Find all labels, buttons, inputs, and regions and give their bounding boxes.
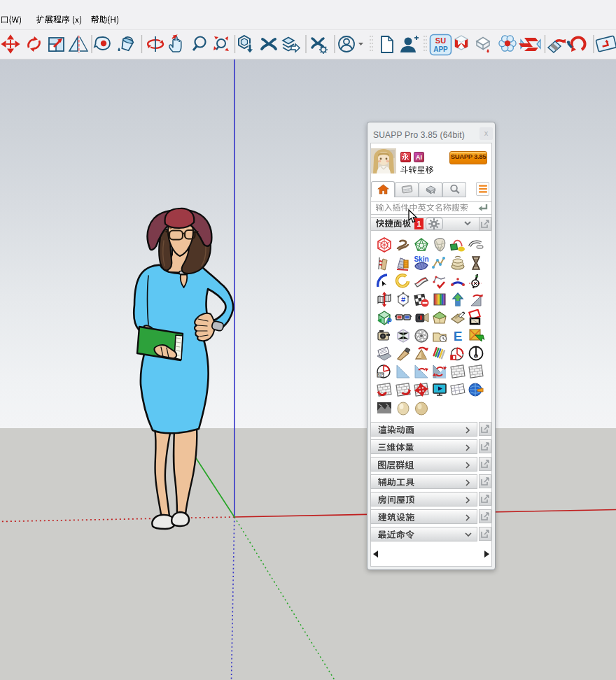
svg-text:60°: 60° bbox=[378, 373, 384, 377]
svg-text:APP: APP bbox=[433, 45, 448, 53]
svg-text:N: N bbox=[475, 355, 478, 359]
svg-text:E: E bbox=[454, 329, 463, 343]
svg-text:SU: SU bbox=[435, 36, 446, 45]
svg-text:#: # bbox=[401, 295, 405, 304]
svg-text:Skin: Skin bbox=[414, 255, 428, 263]
svg-text:P: P bbox=[387, 318, 392, 325]
